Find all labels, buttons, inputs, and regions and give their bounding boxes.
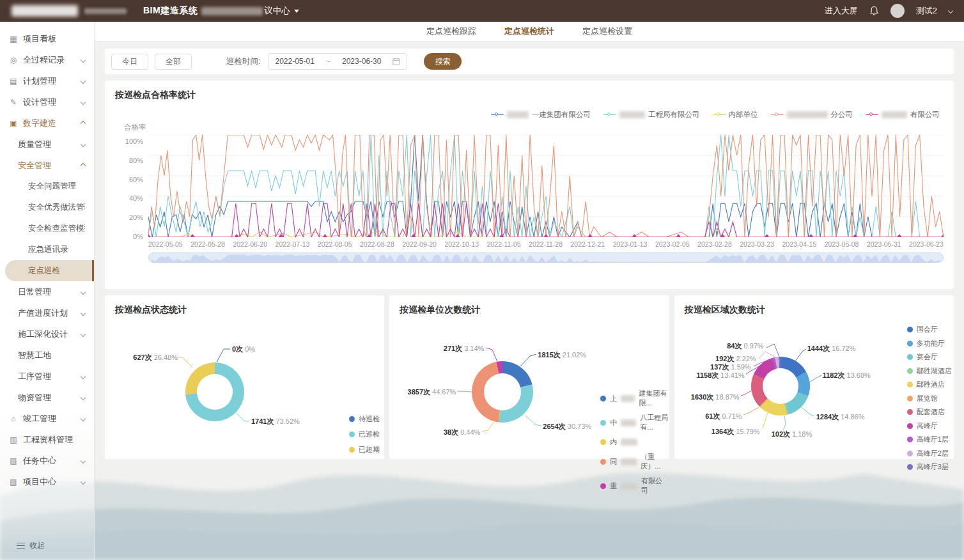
- sidebar-collapse-button[interactable]: 收起: [17, 540, 45, 551]
- datazoom-slider[interactable]: [148, 253, 944, 263]
- sidebar-item-9[interactable]: 安全检查监管模型: [0, 218, 94, 239]
- sidebar-item-1[interactable]: ◎全过程记录: [0, 49, 94, 70]
- sidebar-item-label: 物资管理: [18, 392, 81, 403]
- sidebar-item-2[interactable]: ▤计划管理: [0, 70, 94, 91]
- pie-legend-item-0[interactable]: 上建集团有限...: [600, 389, 669, 408]
- line-legend-item-4[interactable]: 有限公司: [866, 110, 940, 120]
- pie-legend-item-0[interactable]: 待巡检: [349, 414, 380, 424]
- pie-label: 102次1.18%: [772, 430, 812, 439]
- sidebar-item-12[interactable]: 日常管理: [0, 281, 94, 302]
- chevron-up-icon: [81, 120, 86, 125]
- pie-legend-item-3[interactable]: 同（重庆）...: [600, 452, 669, 471]
- pie-legend-item-1[interactable]: 已巡检: [349, 430, 380, 439]
- legend-label: 重: [610, 481, 617, 491]
- pie-legend-item-1[interactable]: 多功能厅: [907, 339, 952, 348]
- all-filter-button[interactable]: 全部: [155, 54, 192, 70]
- sidebar-item-18[interactable]: ⌂竣工管理: [0, 408, 94, 429]
- sidebar-item-6[interactable]: 安全管理: [0, 155, 94, 176]
- line-legend-item-1[interactable]: 工程局有限公司: [603, 110, 700, 120]
- sidebar-item-0[interactable]: ▦项目看板: [0, 28, 94, 49]
- sidebar-item-20[interactable]: ▧任务中心: [0, 450, 94, 471]
- pie-legend-item-2[interactable]: 已超期: [349, 445, 380, 455]
- line-legend-item-0[interactable]: 一建集团有限公司: [491, 110, 591, 120]
- sidebar-item-13[interactable]: 产值进度计划: [0, 302, 94, 323]
- pie-label: 1364次15.79%: [688, 427, 760, 437]
- pie-legend-item-3[interactable]: 鄢胜湖酒店: [907, 366, 952, 376]
- pie-legend-item-4[interactable]: 重有限公司: [600, 476, 669, 495]
- line-legend-item-3[interactable]: 分公司: [771, 110, 853, 120]
- pie-legend-item-7[interactable]: 高峰厅: [907, 421, 952, 431]
- user-avatar[interactable]: [890, 4, 905, 18]
- sidebar-item-14[interactable]: 施工深化设计: [0, 323, 94, 345]
- pie-legend-item-1[interactable]: 中八工程局有...: [600, 413, 669, 432]
- unit-pie-card: 按巡检单位次数统计 271次3.14% 1815次21.02% 2654次30.…: [389, 295, 669, 459]
- sidebar-item-17[interactable]: 物资管理: [0, 387, 94, 408]
- line-legend-item-2[interactable]: 内部单位: [713, 110, 758, 120]
- sidebar-item-19[interactable]: ▥工程资料管理: [0, 429, 94, 450]
- search-button[interactable]: 搜索: [424, 53, 462, 70]
- company-logo-subtext: [84, 8, 127, 14]
- chevron-down-icon: [81, 310, 86, 315]
- user-name[interactable]: 测试2: [916, 5, 937, 17]
- pie-legend-item-4[interactable]: 鄢胜酒店: [907, 380, 952, 389]
- date-end-value[interactable]: 2023-06-30: [342, 57, 381, 66]
- legend-line-marker-icon: [491, 113, 504, 118]
- pie-legend-item-9[interactable]: 高峰厅2层: [907, 449, 952, 458]
- pie-legend-item-2[interactable]: 宴会厅: [907, 352, 952, 362]
- sidebar-item-4[interactable]: ▣数字建造: [0, 113, 94, 134]
- legend-dot-icon: [349, 447, 355, 453]
- line-chart-title: 按巡检点合格率统计: [115, 89, 944, 101]
- today-filter-button[interactable]: 今日: [111, 54, 148, 70]
- x-tick-label: 2023-06-23: [909, 240, 944, 248]
- x-tick-label: 2023-04-15: [782, 240, 816, 248]
- project-dropdown-caret-icon[interactable]: [294, 10, 299, 13]
- sidebar-item-7[interactable]: 安全问题管理: [0, 176, 94, 197]
- notification-bell-icon[interactable]: [869, 6, 879, 16]
- pie-legend-item-10[interactable]: 高峰厅3层: [907, 462, 952, 472]
- sidebar-item-15[interactable]: 智慧工地: [0, 345, 94, 366]
- chevron-down-icon: [81, 289, 86, 294]
- x-axis-labels: 2022-05-052022-05-282022-06-202022-07-13…: [148, 240, 944, 248]
- zone-pie-title: 按巡检区域次数统计: [685, 304, 944, 316]
- pie-legend-item-2[interactable]: 内: [600, 437, 669, 447]
- tab-2[interactable]: 定点巡检设置: [582, 26, 632, 37]
- chevron-down-icon: [81, 416, 86, 421]
- enter-big-screen-button[interactable]: 进入大屏: [825, 5, 858, 17]
- legend-label: 同: [610, 457, 617, 467]
- legend-label: 高峰厅1层: [917, 435, 949, 444]
- sidebar-item-16[interactable]: 工序管理: [0, 366, 94, 387]
- tab-1[interactable]: 定点巡检统计: [504, 26, 554, 37]
- date-range-input[interactable]: 2022-05-01 ~ 2023-06-30: [268, 53, 407, 70]
- legend-dot-icon: [907, 423, 913, 429]
- legend-label: 工程局有限公司: [648, 110, 700, 120]
- user-menu-chevron-icon[interactable]: [948, 8, 953, 13]
- sidebar-item-8[interactable]: 安全优秀做法管理: [0, 197, 94, 218]
- x-tick-label: 2022-09-20: [402, 240, 437, 248]
- status-donut-chart[interactable]: [185, 362, 244, 421]
- pie-legend-item-8[interactable]: 高峰厅1层: [907, 435, 952, 444]
- zone-donut-chart[interactable]: [751, 357, 810, 416]
- pie-legend-item-5[interactable]: 展览馆: [907, 394, 952, 403]
- filter-bar: 今日 全部 巡检时间: 2022-05-01 ~ 2023-06-30 搜索: [105, 49, 954, 74]
- unit-donut-chart[interactable]: [472, 361, 533, 423]
- x-tick-label: 2023-02-05: [655, 240, 690, 248]
- x-tick-label: 2022-05-28: [190, 240, 225, 248]
- pie-label: 271次3.14%: [414, 344, 484, 354]
- pie-label: 38次0.44%: [410, 428, 480, 437]
- main-content: 今日 全部 巡检时间: 2022-05-01 ~ 2023-06-30 搜索: [95, 41, 964, 560]
- date-start-value[interactable]: 2022-05-01: [275, 57, 314, 66]
- legend-label: 国会厅: [917, 325, 938, 334]
- tab-0[interactable]: 定点巡检跟踪: [426, 26, 476, 37]
- sidebar-item-21[interactable]: ▨项目中心: [0, 471, 94, 492]
- sidebar-item-5[interactable]: 质量管理: [0, 134, 94, 155]
- pie-legend-item-0[interactable]: 国会厅: [907, 325, 952, 334]
- sidebar-item-label: 安全问题管理: [28, 181, 85, 192]
- pie-legend-item-6[interactable]: 配套酒店: [907, 407, 952, 417]
- sidebar-item-10[interactable]: 应急通讯录: [0, 239, 94, 260]
- sidebar-item-11[interactable]: 定点巡检: [5, 260, 94, 281]
- chevron-up-icon: [81, 162, 86, 167]
- sidebar-item-3[interactable]: ✎设计管理: [0, 91, 94, 113]
- redacted-text: [621, 483, 637, 490]
- sidebar-item-label: 安全检查监管模型: [28, 223, 85, 234]
- redacted-text: [882, 111, 907, 118]
